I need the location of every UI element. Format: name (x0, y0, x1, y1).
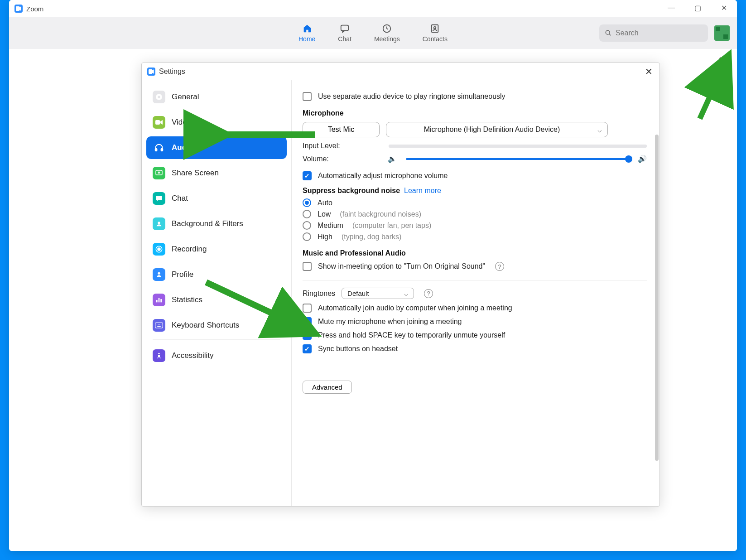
scrollbar[interactable] (655, 135, 659, 461)
settings-dialog: Settings ✕ General Video Audio Share Scr… (141, 63, 660, 507)
window-title: Zoom (26, 5, 43, 13)
chk-mute-on-join[interactable] (303, 317, 312, 326)
advanced-button[interactable]: Advanced (303, 381, 352, 394)
settings-close-button[interactable]: ✕ (643, 66, 654, 77)
nav-general[interactable]: General (146, 86, 287, 108)
settings-header: Settings ✕ (142, 63, 659, 80)
statistics-icon (153, 294, 165, 306)
help-icon[interactable]: ? (424, 289, 433, 298)
gear-icon[interactable] (718, 54, 729, 65)
tab-label: Meetings (374, 35, 400, 43)
svg-rect-17 (159, 298, 160, 302)
record-icon (153, 243, 165, 256)
nav-accessibility[interactable]: Accessibility (146, 344, 287, 367)
svg-point-12 (158, 222, 160, 224)
test-mic-button[interactable]: Test Mic (303, 122, 380, 137)
svg-point-25 (158, 353, 159, 354)
svg-rect-19 (155, 323, 163, 328)
search-input[interactable] (616, 29, 703, 37)
nav-background-filters[interactable]: Background & Filters (146, 212, 287, 235)
input-level-meter (389, 145, 647, 148)
chat-icon (340, 24, 350, 34)
divider (303, 280, 647, 280)
nav-chat[interactable]: Chat (146, 187, 287, 210)
ringtone-select[interactable]: Default⌵ (342, 288, 414, 299)
zoom-icon (14, 5, 23, 13)
nav-keyboard-shortcuts[interactable]: Keyboard Shortcuts (146, 314, 287, 337)
label: Mute my microphone when joining a meetin… (318, 318, 462, 326)
nav-video[interactable]: Video (146, 111, 287, 134)
contacts-icon (430, 24, 440, 34)
minimize-button[interactable]: — (658, 0, 684, 15)
svg-point-23 (161, 324, 162, 325)
chk-sync-headset[interactable] (303, 344, 312, 353)
hint: (faint background noises) (340, 210, 421, 218)
rad-medium[interactable] (303, 221, 311, 230)
tab-meetings[interactable]: Meetings (374, 24, 400, 43)
nav-profile[interactable]: Profile (146, 263, 287, 286)
avatar[interactable] (714, 25, 730, 41)
label: Auto (318, 199, 332, 207)
section-suppress: Suppress background noise (303, 187, 400, 194)
chk-original-sound[interactable] (303, 262, 312, 271)
chk-auto-join[interactable] (303, 304, 312, 313)
svg-line-5 (700, 69, 722, 119)
clock-icon (382, 24, 392, 34)
settings-title: Settings (159, 68, 185, 76)
label: Automatically join audio by computer whe… (318, 304, 512, 312)
tab-label: Contacts (423, 35, 448, 43)
nav-recording[interactable]: Recording (146, 238, 287, 261)
svg-rect-0 (341, 25, 349, 31)
nav-audio[interactable]: Audio (146, 136, 287, 159)
mic-device-select[interactable]: Microphone (High Definition Audio Device… (386, 122, 608, 137)
rad-auto[interactable] (303, 198, 311, 207)
svg-point-21 (158, 324, 159, 325)
title-bar: Zoom — ▢ ✕ (9, 0, 737, 17)
headphones-icon (153, 141, 165, 154)
chevron-down-icon: ⌵ (597, 126, 602, 134)
svg-point-7 (158, 96, 160, 98)
speaker-low-icon: 🔈 (388, 154, 397, 163)
svg-rect-10 (161, 149, 163, 151)
profile-icon (153, 268, 165, 281)
learn-more-link[interactable]: Learn more (404, 187, 441, 194)
label: High (318, 233, 332, 241)
chk-space-unmute[interactable] (303, 331, 312, 340)
label: Sync buttons on headset (318, 345, 398, 353)
chk-auto-adjust[interactable] (303, 171, 312, 180)
rad-low[interactable] (303, 210, 311, 218)
section-microphone: Microphone (303, 109, 647, 117)
maximize-button[interactable]: ▢ (684, 0, 711, 15)
keyboard-icon (153, 319, 165, 332)
tab-contacts[interactable]: Contacts (423, 24, 448, 43)
label: Medium (318, 222, 343, 230)
video-icon (153, 116, 165, 129)
label: Input Level: (303, 142, 342, 150)
close-button[interactable]: ✕ (711, 0, 737, 15)
volume-slider[interactable] (406, 158, 629, 160)
svg-point-15 (158, 272, 160, 275)
label: Use separate audio device to play ringto… (318, 92, 505, 101)
body-area: Settings ✕ General Video Audio Share Scr… (9, 49, 737, 551)
zoom-icon (147, 68, 155, 76)
search-icon (605, 29, 612, 37)
help-icon[interactable]: ? (495, 262, 504, 271)
tab-chat[interactable]: Chat (338, 24, 351, 43)
hint: (typing, dog barks) (342, 233, 402, 241)
svg-rect-18 (160, 299, 162, 302)
accessibility-icon (153, 349, 165, 362)
rad-high[interactable] (303, 232, 311, 241)
speaker-high-icon: 🔊 (638, 154, 647, 163)
nav-share-screen[interactable]: Share Screen (146, 162, 287, 184)
tab-home[interactable]: Home (298, 24, 315, 43)
nav-statistics[interactable]: Statistics (146, 289, 287, 311)
svg-point-4 (606, 30, 610, 34)
svg-rect-16 (156, 300, 158, 302)
label: Press and hold SPACE key to temporarily … (318, 331, 505, 339)
chk-separate-ringtone[interactable] (303, 92, 312, 101)
nav-separator (153, 339, 280, 340)
settings-content[interactable]: Use separate audio device to play ringto… (291, 80, 659, 506)
label: Show in-meeting option to "Turn On Origi… (318, 262, 485, 270)
search-box[interactable] (599, 24, 708, 42)
gear-icon (153, 91, 165, 103)
